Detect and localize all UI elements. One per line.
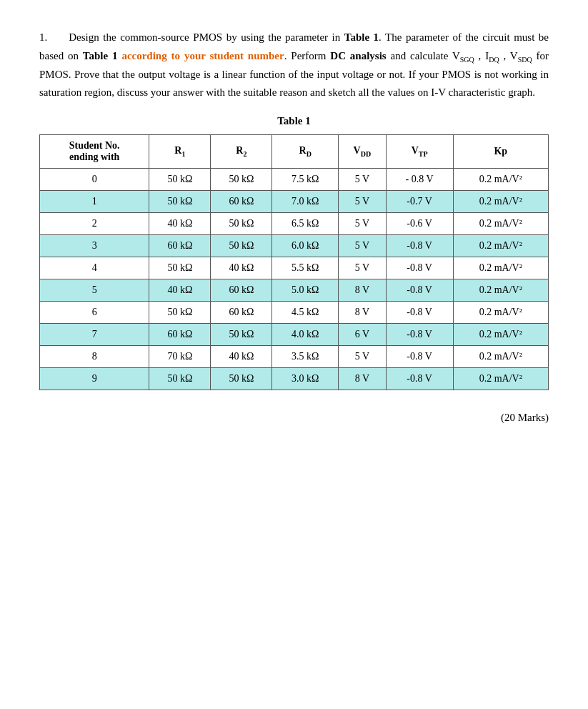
table-row: 650 kΩ60 kΩ4.5 kΩ8 V-0.8 V0.2 mA/V² [40,301,549,323]
rd-val: 3.0 kΩ [272,367,339,390]
rd-val: 4.5 kΩ [272,301,339,323]
rd-val: 7.0 kΩ [272,190,339,212]
r1-val: 50 kΩ [149,257,211,279]
student-no: 7 [40,323,149,345]
r1-val: 40 kΩ [149,212,211,234]
vtp-val: -0.8 V [386,257,453,279]
r2-val: 60 kΩ [211,279,272,301]
rd-val: 6.0 kΩ [272,234,339,257]
vsgq-sub: SGQ [460,56,474,64]
r2-val: 50 kΩ [211,367,272,390]
kp-val: 0.2 mA/V² [453,301,549,323]
r1-val: 40 kΩ [149,279,211,301]
vdd-val: 6 V [339,323,387,345]
vtp-val: -0.8 V [386,234,453,257]
vtp-val: -0.8 V [386,301,453,323]
r1-val: 60 kΩ [149,323,211,345]
student-no: 4 [40,257,149,279]
header-vdd: VDD [339,134,387,168]
idq-sub: DQ [489,56,499,64]
header-r1: R1 [149,134,211,168]
table-row: 450 kΩ40 kΩ5.5 kΩ5 V-0.8 V0.2 mA/V² [40,257,549,279]
student-number-instruction: according to your student number [121,50,284,61]
r2-val: 50 kΩ [211,168,272,190]
question-body: 1.Design the common-source PMOS by using… [39,29,549,102]
r2-val: 50 kΩ [211,212,272,234]
r1-val: 50 kΩ [149,190,211,212]
kp-val: 0.2 mA/V² [453,323,549,345]
r2-val: 40 kΩ [211,345,272,367]
vdd-val: 5 V [339,168,387,190]
marks-label: (20 Marks) [39,412,549,424]
kp-val: 0.2 mA/V² [453,345,549,367]
header-kp: Kp [453,134,549,168]
rd-val: 5.5 kΩ [272,257,339,279]
header-rd: RD [272,134,339,168]
kp-val: 0.2 mA/V² [453,234,549,257]
rd-val: 3.5 kΩ [272,345,339,367]
dc-analysis-label: DC analysis [330,50,386,61]
table-row: 240 kΩ50 kΩ6.5 kΩ5 V-0.6 V0.2 mA/V² [40,212,549,234]
vtp-val: -0.8 V [386,367,453,390]
r2-val: 60 kΩ [211,301,272,323]
kp-val: 0.2 mA/V² [453,212,549,234]
r2-val: 60 kΩ [211,190,272,212]
question-number: 1. [39,29,47,47]
r1-val: 50 kΩ [149,367,211,390]
rd-val: 6.5 kΩ [272,212,339,234]
kp-val: 0.2 mA/V² [453,367,549,390]
r1-val: 50 kΩ [149,168,211,190]
vdd-val: 5 V [339,257,387,279]
vsdq-sub: SDQ [518,56,532,64]
vtp-val: - 0.8 V [386,168,453,190]
student-no: 0 [40,168,149,190]
header-vtp: VTP [386,134,453,168]
vdd-val: 5 V [339,345,387,367]
vtp-val: -0.7 V [386,190,453,212]
header-student-no: Student No.ending with [40,134,149,168]
r2-val: 50 kΩ [211,323,272,345]
table-row: 870 kΩ40 kΩ3.5 kΩ5 V-0.8 V0.2 mA/V² [40,345,549,367]
vtp-val: -0.8 V [386,323,453,345]
table-row: 950 kΩ50 kΩ3.0 kΩ8 V-0.8 V0.2 mA/V² [40,367,549,390]
r1-val: 60 kΩ [149,234,211,257]
table1-ref-2: Table 1 [83,50,118,61]
vtp-val: -0.6 V [386,212,453,234]
vdd-val: 5 V [339,234,387,257]
r1-val: 50 kΩ [149,301,211,323]
table-row: 360 kΩ50 kΩ6.0 kΩ5 V-0.8 V0.2 mA/V² [40,234,549,257]
vdd-val: 8 V [339,367,387,390]
table1-ref-1: Table 1 [344,31,379,43]
vtp-val: -0.8 V [386,279,453,301]
student-no: 8 [40,345,149,367]
vdd-val: 8 V [339,279,387,301]
table-row: 150 kΩ60 kΩ7.0 kΩ5 V-0.7 V0.2 mA/V² [40,190,549,212]
vdd-val: 5 V [339,190,387,212]
student-no: 2 [40,212,149,234]
table-row: 050 kΩ50 kΩ7.5 kΩ5 V- 0.8 V0.2 mA/V² [40,168,549,190]
rd-val: 4.0 kΩ [272,323,339,345]
table-header-row: Student No.ending with R1 R2 RD VDD VTP … [40,134,549,168]
r1-val: 70 kΩ [149,345,211,367]
r2-val: 40 kΩ [211,257,272,279]
kp-val: 0.2 mA/V² [453,168,549,190]
rd-val: 5.0 kΩ [272,279,339,301]
table-row: 540 kΩ60 kΩ5.0 kΩ8 V-0.8 V0.2 mA/V² [40,279,549,301]
vtp-val: -0.8 V [386,345,453,367]
kp-val: 0.2 mA/V² [453,279,549,301]
kp-val: 0.2 mA/V² [453,257,549,279]
r2-val: 50 kΩ [211,234,272,257]
table-row: 760 kΩ50 kΩ4.0 kΩ6 V-0.8 V0.2 mA/V² [40,323,549,345]
student-no: 3 [40,234,149,257]
table-title: Table 1 [39,115,549,127]
student-no: 1 [40,190,149,212]
student-no: 9 [40,367,149,390]
header-r2: R2 [211,134,272,168]
rd-val: 7.5 kΩ [272,168,339,190]
vdd-val: 8 V [339,301,387,323]
parameter-table: Student No.ending with R1 R2 RD VDD VTP … [39,134,549,390]
student-no: 6 [40,301,149,323]
kp-val: 0.2 mA/V² [453,190,549,212]
student-no: 5 [40,279,149,301]
vdd-val: 5 V [339,212,387,234]
